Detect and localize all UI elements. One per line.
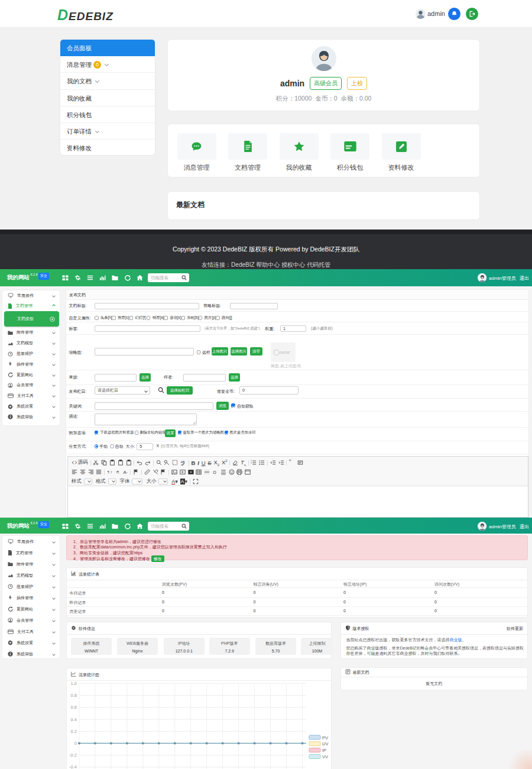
svg-text:VV: VV: [322, 754, 328, 760]
svg-text:DEDE: DEDE: [280, 350, 290, 354]
svg-text:AB: AB: [180, 460, 185, 464]
svg-text:”: ”: [289, 460, 291, 466]
svg-text:¶: ¶: [117, 470, 119, 474]
svg-text:0.8: 0.8: [71, 693, 77, 698]
svg-text:-0.4: -0.4: [69, 764, 77, 769]
svg-text:UV: UV: [322, 741, 328, 747]
svg-text:IP: IP: [322, 748, 326, 753]
svg-text:1.0: 1.0: [71, 681, 77, 686]
svg-text:Ω: Ω: [213, 470, 216, 475]
svg-text:-0.2: -0.2: [69, 752, 77, 758]
svg-text:0.2: 0.2: [71, 729, 77, 734]
svg-text:0.6: 0.6: [71, 705, 77, 710]
svg-text:0.4: 0.4: [71, 717, 77, 722]
svg-text:PV: PV: [322, 735, 328, 740]
svg-text:0: 0: [74, 741, 77, 746]
svg-text:¶: ¶: [108, 470, 109, 474]
svg-text:2: 2: [251, 462, 252, 464]
